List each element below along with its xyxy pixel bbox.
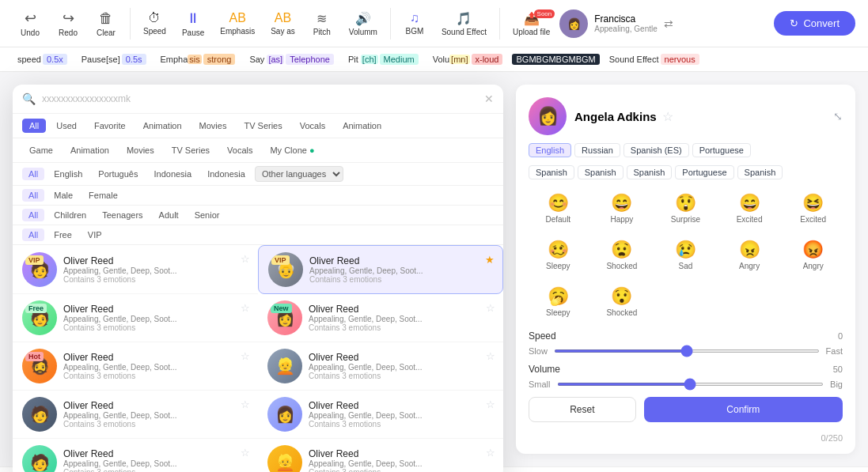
gender-male[interactable]: Male — [47, 189, 79, 202]
lang-portuguese[interactable]: Português — [92, 168, 144, 180]
emotion-shocked1[interactable]: 😧 Shocked — [593, 234, 652, 276]
filter-myclone[interactable]: My Clone ● — [263, 143, 321, 157]
voice-card-2[interactable]: VIP 👴 Oliver Reed Appealing, Gentle, Dee… — [258, 245, 503, 294]
filter-tvseries2[interactable]: TV Series — [165, 143, 217, 157]
panel-close-button[interactable]: ⤡ — [833, 110, 843, 123]
reset-button[interactable]: Reset — [529, 397, 636, 422]
filter-all-categories[interactable]: All — [22, 119, 46, 133]
voice-card-4[interactable]: New 👩 Oliver Reed Appealing, Gentle, Dee… — [258, 294, 503, 342]
age-teenagers[interactable]: Teenagers — [96, 209, 149, 221]
volume-slider[interactable] — [557, 383, 824, 386]
emotion-surprise[interactable]: 😲 Surprise — [656, 187, 715, 229]
sayas-button[interactable]: AB Say as — [264, 8, 301, 39]
filter-used[interactable]: Used — [49, 119, 84, 133]
voice-tags-9: Appealing, Gentle, Deep, Soot... — [63, 459, 248, 468]
voice-card-9[interactable]: 🧑 Oliver Reed Appealing, Gentle, Deep, S… — [13, 439, 258, 472]
filter-favorite[interactable]: Favorite — [87, 119, 133, 133]
emotion-angry1[interactable]: 😠 Angry — [720, 234, 779, 276]
voice-card-7[interactable]: 🧑 Oliver Reed Appealing, Gentle, Deep, S… — [13, 391, 258, 439]
clear-button[interactable]: 🗑 Clear — [89, 7, 123, 40]
price-vip[interactable]: VIP — [81, 228, 108, 241]
voice-card-8[interactable]: 👩 Oliver Reed Appealing, Gentle, Deep, S… — [258, 391, 503, 439]
convert-button[interactable]: ↻ Convert — [774, 11, 855, 36]
confirm-button[interactable]: Confirm — [644, 397, 843, 422]
lang-badge-spanish-es[interactable]: Spanish (ES) — [624, 143, 689, 157]
emphasis-button[interactable]: AB Emphasis — [214, 8, 261, 39]
voice-star-2[interactable]: ★ — [485, 254, 495, 266]
voice-star-8[interactable]: ☆ — [486, 398, 495, 410]
emotion-angry2[interactable]: 😡 Angry — [783, 234, 843, 276]
soundeffect-button[interactable]: 🎵 Sound Effect — [435, 8, 493, 40]
emotion-excited2[interactable]: 😆 Excited — [783, 187, 843, 229]
emotion-sad[interactable]: 😢 Sad — [656, 234, 715, 276]
lang-indonesia1[interactable]: Indonesia — [147, 168, 198, 180]
pitch-button[interactable]: ≋ Pitch — [305, 8, 339, 40]
separator-1 — [130, 8, 131, 40]
lang-badge-spanish4[interactable]: Spanish — [737, 165, 783, 179]
bgm-button[interactable]: ♫ BGM — [397, 8, 432, 39]
voice-star-3[interactable]: ☆ — [241, 302, 250, 314]
lang-badge-english[interactable]: English — [529, 143, 571, 157]
lang-badge-russian[interactable]: Russian — [574, 143, 620, 157]
volume-button[interactable]: 🔊 Volumm — [343, 8, 384, 40]
undo-button[interactable]: ↩ Undo — [13, 6, 47, 40]
lang-all[interactable]: All — [22, 168, 44, 180]
gender-all[interactable]: All — [22, 189, 44, 202]
filter-animation[interactable]: Animation — [136, 119, 189, 133]
clear-search-icon[interactable]: ✕ — [484, 93, 494, 105]
speed-label: Speed — [529, 330, 556, 342]
voice-card-6[interactable]: 👱 Oliver Reed Appealing, Gentle, Deep, S… — [258, 342, 503, 391]
uploadfile-button[interactable]: Soon 📤 Upload file — [506, 8, 556, 40]
age-senior[interactable]: Senior — [188, 209, 226, 221]
speed-slider[interactable] — [554, 349, 820, 353]
age-all[interactable]: All — [22, 209, 44, 221]
emotion-sleepy2[interactable]: 🥱 Sleepy — [529, 281, 588, 323]
emotion-happy[interactable]: 😄 Happy — [593, 187, 652, 229]
switch-icon[interactable]: ⇄ — [664, 17, 673, 30]
voice-star-6[interactable]: ☆ — [486, 350, 495, 362]
filter-game[interactable]: Game — [22, 143, 60, 157]
search-input[interactable] — [42, 93, 478, 104]
lang-indonesia2[interactable]: Indonesia — [201, 168, 252, 180]
age-adult[interactable]: Adult — [153, 209, 185, 221]
price-all[interactable]: All — [22, 228, 44, 241]
voice-star-1[interactable]: ☆ — [241, 253, 250, 265]
filter-vocals2[interactable]: Vocals — [220, 143, 260, 157]
voice-name-10: Oliver Reed — [309, 448, 494, 459]
lang-badge-spanish2[interactable]: Spanish — [578, 165, 624, 179]
voice-tags-2: Appealing, Gentle, Deep, Soot... — [309, 266, 493, 275]
lang-badge-spanish1[interactable]: Spanish — [529, 165, 574, 179]
voice-star-10[interactable]: ☆ — [486, 447, 495, 459]
voice-card-10[interactable]: 👱 Oliver Reed Appealing, Gentle, Deep, S… — [258, 439, 503, 472]
lang-badge-portuguese2[interactable]: Portuguese — [675, 165, 733, 179]
panel-star-button[interactable]: ☆ — [662, 110, 673, 123]
filter-tvseries[interactable]: TV Series — [237, 119, 289, 133]
voice-star-7[interactable]: ☆ — [241, 398, 250, 410]
filter-animation3[interactable]: Animation — [63, 143, 116, 157]
filter-vocals[interactable]: Vocals — [293, 119, 332, 133]
redo-button[interactable]: ↪ Redo — [51, 6, 85, 40]
voice-card-3[interactable]: Free 🧑 Oliver Reed Appealing, Gentle, De… — [13, 294, 258, 342]
speed-button[interactable]: ⏱ Speed — [137, 8, 172, 39]
voice-star-9[interactable]: ☆ — [241, 447, 250, 459]
emotion-excited1[interactable]: 😄 Excited — [720, 187, 779, 229]
age-children[interactable]: Children — [47, 209, 93, 221]
filter-movies[interactable]: Movies — [192, 119, 234, 133]
lang-english[interactable]: English — [47, 168, 89, 180]
filter-movies2[interactable]: Movies — [119, 143, 161, 157]
lang-badge-spanish3[interactable]: Spanish — [627, 165, 673, 179]
gender-female[interactable]: Female — [82, 189, 124, 202]
emotion-sleepy1[interactable]: 🥴 Sleepy — [529, 234, 588, 276]
voice-card-1[interactable]: VIP 🧑 Oliver Reed Appealing, Gentle, Dee… — [13, 245, 258, 294]
other-languages-select[interactable]: Other languages — [255, 166, 343, 182]
emotion-shocked2[interactable]: 😯 Shocked — [593, 281, 652, 323]
pause-button[interactable]: ⏸ Pause — [176, 7, 210, 40]
lang-badge-portuguese[interactable]: Portuguese — [692, 143, 751, 157]
emotion-default[interactable]: 😊 Default — [529, 187, 588, 229]
voice-star-4[interactable]: ☆ — [486, 302, 495, 314]
voice-card-5[interactable]: Hot 🧔 Oliver Reed Appealing, Gentle, Dee… — [13, 342, 258, 391]
soon-badge: Soon — [534, 9, 555, 18]
filter-animation2[interactable]: Animation — [335, 119, 389, 133]
voice-star-5[interactable]: ☆ — [241, 350, 250, 362]
price-free[interactable]: Free — [47, 228, 78, 241]
